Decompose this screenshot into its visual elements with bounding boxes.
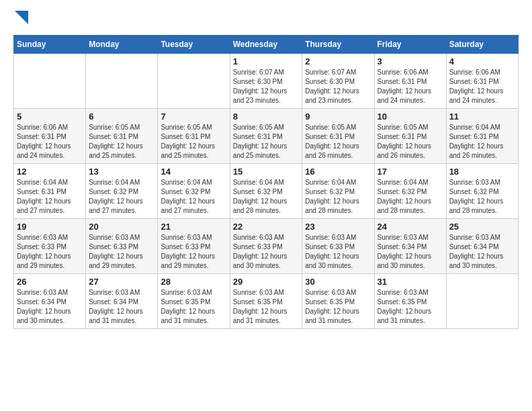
calendar-header-thursday: Thursday — [302, 36, 374, 54]
day-info: Sunrise: 6:03 AMSunset: 6:35 PMDaylight:… — [378, 288, 443, 326]
day-info: Sunrise: 6:04 AMSunset: 6:32 PMDaylight:… — [378, 178, 443, 216]
day-info: Sunrise: 6:05 AMSunset: 6:31 PMDaylight:… — [161, 123, 226, 161]
calendar-cell: 7Sunrise: 6:05 AMSunset: 6:31 PMDaylight… — [158, 109, 230, 164]
day-info: Sunrise: 6:06 AMSunset: 6:31 PMDaylight:… — [378, 68, 443, 105]
calendar-cell: 16Sunrise: 6:04 AMSunset: 6:32 PMDayligh… — [302, 164, 374, 219]
day-number: 22 — [233, 222, 300, 232]
day-number: 13 — [89, 167, 154, 177]
day-info: Sunrise: 6:03 AMSunset: 6:34 PMDaylight:… — [89, 288, 154, 326]
calendar-cell: 5Sunrise: 6:06 AMSunset: 6:31 PMDaylight… — [14, 109, 86, 164]
calendar-cell: 2Sunrise: 6:07 AMSunset: 6:30 PMDaylight… — [302, 54, 374, 109]
day-number: 4 — [449, 56, 515, 66]
day-number: 27 — [89, 277, 154, 287]
day-number: 5 — [17, 111, 83, 122]
day-info: Sunrise: 6:03 AMSunset: 6:32 PMDaylight:… — [449, 178, 515, 216]
day-number: 30 — [305, 277, 371, 287]
day-info: Sunrise: 6:03 AMSunset: 6:35 PMDaylight:… — [161, 288, 226, 326]
day-info: Sunrise: 6:05 AMSunset: 6:31 PMDaylight:… — [89, 123, 154, 161]
calendar-cell: 9Sunrise: 6:05 AMSunset: 6:31 PMDaylight… — [302, 109, 374, 164]
calendar-cell: 8Sunrise: 6:05 AMSunset: 6:31 PMDaylight… — [230, 109, 302, 164]
day-number: 23 — [305, 222, 371, 232]
svg-marker-0 — [15, 11, 28, 24]
day-number: 14 — [161, 167, 226, 177]
calendar-cell: 4Sunrise: 6:06 AMSunset: 6:31 PMDaylight… — [446, 54, 518, 109]
calendar-cell — [446, 274, 518, 329]
day-info: Sunrise: 6:04 AMSunset: 6:31 PMDaylight:… — [449, 123, 515, 161]
day-number: 29 — [233, 277, 300, 287]
calendar-cell: 19Sunrise: 6:03 AMSunset: 6:33 PMDayligh… — [14, 219, 86, 274]
day-info: Sunrise: 6:03 AMSunset: 6:33 PMDaylight:… — [305, 233, 371, 271]
day-info: Sunrise: 6:04 AMSunset: 6:32 PMDaylight:… — [89, 178, 154, 216]
calendar-cell: 10Sunrise: 6:05 AMSunset: 6:31 PMDayligh… — [374, 109, 446, 164]
day-info: Sunrise: 6:05 AMSunset: 6:31 PMDaylight:… — [305, 123, 371, 161]
logo-icon — [15, 11, 28, 24]
day-info: Sunrise: 6:06 AMSunset: 6:31 PMDaylight:… — [17, 123, 83, 161]
calendar-cell: 20Sunrise: 6:03 AMSunset: 6:33 PMDayligh… — [86, 219, 158, 274]
day-number: 31 — [378, 277, 443, 287]
day-info: Sunrise: 6:06 AMSunset: 6:31 PMDaylight:… — [449, 68, 515, 105]
calendar-header-monday: Monday — [86, 36, 158, 54]
calendar-cell: 14Sunrise: 6:04 AMSunset: 6:32 PMDayligh… — [158, 164, 230, 219]
calendar-cell: 17Sunrise: 6:04 AMSunset: 6:32 PMDayligh… — [374, 164, 446, 219]
day-info: Sunrise: 6:04 AMSunset: 6:32 PMDaylight:… — [305, 178, 371, 216]
calendar-cell: 31Sunrise: 6:03 AMSunset: 6:35 PMDayligh… — [374, 274, 446, 329]
calendar-header-sunday: Sunday — [14, 36, 86, 54]
calendar-week-2: 5Sunrise: 6:06 AMSunset: 6:31 PMDaylight… — [14, 109, 519, 164]
day-info: Sunrise: 6:03 AMSunset: 6:35 PMDaylight:… — [233, 288, 300, 326]
day-info: Sunrise: 6:05 AMSunset: 6:31 PMDaylight:… — [378, 123, 443, 161]
day-number: 20 — [89, 222, 154, 232]
calendar-cell: 11Sunrise: 6:04 AMSunset: 6:31 PMDayligh… — [446, 109, 518, 164]
calendar-cell — [158, 54, 230, 109]
calendar-cell: 24Sunrise: 6:03 AMSunset: 6:34 PMDayligh… — [374, 219, 446, 274]
day-info: Sunrise: 6:04 AMSunset: 6:32 PMDaylight:… — [233, 178, 300, 216]
day-number: 24 — [378, 222, 443, 232]
day-info: Sunrise: 6:07 AMSunset: 6:30 PMDaylight:… — [233, 68, 300, 105]
day-info: Sunrise: 6:03 AMSunset: 6:33 PMDaylight:… — [17, 233, 83, 271]
day-number: 26 — [17, 277, 83, 287]
day-info: Sunrise: 6:03 AMSunset: 6:33 PMDaylight:… — [89, 233, 154, 271]
calendar-cell: 1Sunrise: 6:07 AMSunset: 6:30 PMDaylight… — [230, 54, 302, 109]
calendar-table: SundayMondayTuesdayWednesdayThursdayFrid… — [13, 35, 519, 329]
calendar-cell: 22Sunrise: 6:03 AMSunset: 6:33 PMDayligh… — [230, 219, 302, 274]
day-info: Sunrise: 6:05 AMSunset: 6:31 PMDaylight:… — [233, 123, 300, 161]
calendar-header-friday: Friday — [374, 36, 446, 54]
day-info: Sunrise: 6:03 AMSunset: 6:33 PMDaylight:… — [233, 233, 300, 271]
calendar-cell: 12Sunrise: 6:04 AMSunset: 6:31 PMDayligh… — [14, 164, 86, 219]
day-info: Sunrise: 6:03 AMSunset: 6:35 PMDaylight:… — [305, 288, 371, 326]
day-number: 7 — [161, 111, 226, 122]
day-number: 16 — [305, 167, 371, 177]
calendar-cell: 18Sunrise: 6:03 AMSunset: 6:32 PMDayligh… — [446, 164, 518, 219]
calendar-header-row: SundayMondayTuesdayWednesdayThursdayFrid… — [14, 36, 519, 54]
calendar-cell: 30Sunrise: 6:03 AMSunset: 6:35 PMDayligh… — [302, 274, 374, 329]
calendar-cell: 15Sunrise: 6:04 AMSunset: 6:32 PMDayligh… — [230, 164, 302, 219]
day-number: 6 — [89, 111, 154, 122]
day-number: 10 — [378, 111, 443, 122]
calendar-cell: 25Sunrise: 6:03 AMSunset: 6:34 PMDayligh… — [446, 219, 518, 274]
calendar-cell: 29Sunrise: 6:03 AMSunset: 6:35 PMDayligh… — [230, 274, 302, 329]
day-number: 25 — [449, 222, 515, 232]
calendar-header-saturday: Saturday — [446, 36, 518, 54]
calendar-cell: 3Sunrise: 6:06 AMSunset: 6:31 PMDaylight… — [374, 54, 446, 109]
calendar-week-5: 26Sunrise: 6:03 AMSunset: 6:34 PMDayligh… — [14, 274, 519, 329]
day-info: Sunrise: 6:03 AMSunset: 6:34 PMDaylight:… — [17, 288, 83, 326]
calendar-cell: 6Sunrise: 6:05 AMSunset: 6:31 PMDaylight… — [86, 109, 158, 164]
day-number: 28 — [161, 277, 226, 287]
calendar-week-3: 12Sunrise: 6:04 AMSunset: 6:31 PMDayligh… — [14, 164, 519, 219]
calendar-week-1: 1Sunrise: 6:07 AMSunset: 6:30 PMDaylight… — [14, 54, 519, 109]
day-number: 18 — [449, 167, 515, 177]
calendar-header-wednesday: Wednesday — [230, 36, 302, 54]
day-number: 9 — [305, 111, 371, 122]
calendar-cell — [14, 54, 86, 109]
day-info: Sunrise: 6:03 AMSunset: 6:34 PMDaylight:… — [378, 233, 443, 271]
day-info: Sunrise: 6:03 AMSunset: 6:33 PMDaylight:… — [161, 233, 226, 271]
day-number: 17 — [378, 167, 443, 177]
logo — [13, 13, 28, 24]
day-number: 19 — [17, 222, 83, 232]
calendar-cell: 13Sunrise: 6:04 AMSunset: 6:32 PMDayligh… — [86, 164, 158, 219]
day-info: Sunrise: 6:04 AMSunset: 6:31 PMDaylight:… — [17, 178, 83, 216]
day-number: 1 — [233, 56, 300, 66]
day-number: 15 — [233, 167, 300, 177]
calendar-week-4: 19Sunrise: 6:03 AMSunset: 6:33 PMDayligh… — [14, 219, 519, 274]
calendar-cell: 21Sunrise: 6:03 AMSunset: 6:33 PMDayligh… — [158, 219, 230, 274]
day-info: Sunrise: 6:04 AMSunset: 6:32 PMDaylight:… — [161, 178, 226, 216]
